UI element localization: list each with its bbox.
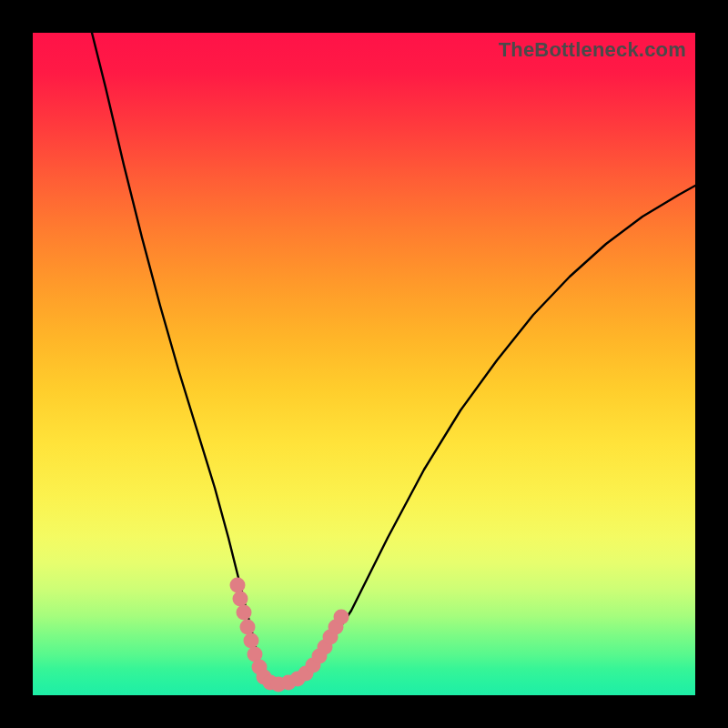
- highlight-markers: [230, 578, 349, 693]
- marker-dot: [233, 592, 248, 607]
- marker-dot: [334, 610, 349, 625]
- marker-dot: [240, 620, 256, 635]
- plot-area: TheBottleneck.com: [33, 33, 695, 695]
- marker-dot: [237, 605, 252, 621]
- chart-frame: TheBottleneck.com: [0, 0, 728, 728]
- marker-dot: [244, 633, 259, 649]
- marker-dot: [230, 578, 246, 593]
- bottleneck-curve: [92, 33, 695, 684]
- curve-layer: [33, 33, 695, 695]
- watermark-text: TheBottleneck.com: [499, 38, 686, 62]
